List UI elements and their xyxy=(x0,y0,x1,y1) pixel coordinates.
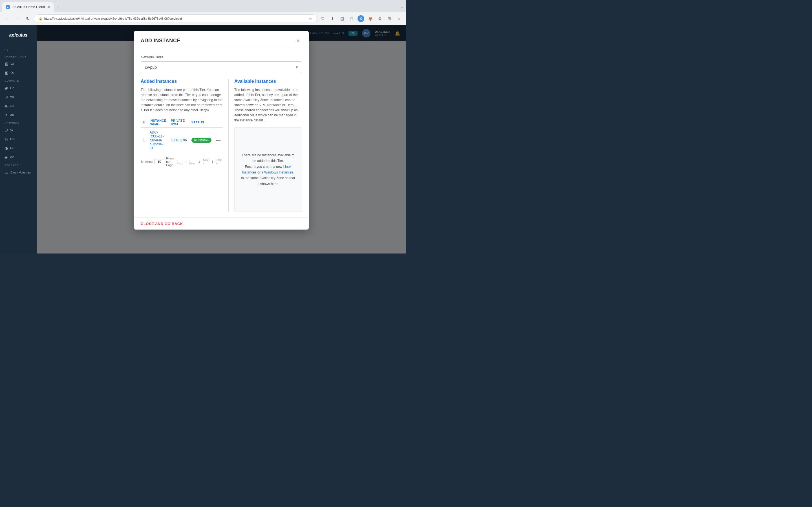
modal-title: ADD INSTANCE xyxy=(141,38,181,44)
section-label-da: DA xyxy=(0,49,37,52)
table-header: # INSTANCE NAME PRIVATE IPV4 STATUS xyxy=(141,117,223,128)
active-tab[interactable]: A Apiculus Demo Cloud ✕ xyxy=(2,2,54,12)
next-page-button[interactable]: Next › xyxy=(202,158,211,166)
cast-icon[interactable]: □ xyxy=(348,15,355,22)
extensions-icon[interactable]: ▤ xyxy=(338,15,346,22)
sidebar-item-label: Ot xyxy=(10,71,14,74)
tab-favicon: A xyxy=(6,5,10,9)
section-label-network: NETWORK xyxy=(0,122,37,124)
row-ip: 10.10.1.96 xyxy=(168,128,189,153)
modal-close-button[interactable]: × xyxy=(294,37,302,45)
browser-chrome: A Apiculus Demo Cloud ✕ + ⌄ ← → ↻ 🔒 http… xyxy=(0,0,406,25)
sidebar-item-linux[interactable]: ◉ Lin xyxy=(0,83,37,93)
modal-footer: CLOSE AND GO BACK xyxy=(134,217,309,230)
added-instances-panel: Added Instances The following Instances … xyxy=(141,79,229,212)
content-area: 🌐 💳 USD 999,715.38 ⟷ EN ON KP ADC-R335 A… xyxy=(37,25,406,253)
rows-per-page-label: Rows per Page xyxy=(166,157,174,167)
sidebar-item-ot[interactable]: ▣ Ot xyxy=(0,68,37,77)
sidebar-item-label: Au xyxy=(10,113,14,117)
tab-bar: A Apiculus Demo Cloud ✕ + ⌄ xyxy=(0,0,406,12)
toolbar-icons: 🛡 ⬇ ▤ □ K 🦊 ⚙ ⊞ ≡ xyxy=(319,15,403,22)
col-action xyxy=(214,117,223,128)
row-status: RUNNING xyxy=(189,128,214,153)
network-tiers-label: Network Tiers xyxy=(141,55,302,59)
extensions2-icon[interactable]: ⊞ xyxy=(386,15,393,22)
prev-page-button[interactable]: ‹ Prev xyxy=(188,158,197,166)
rows-per-page-input[interactable] xyxy=(154,159,164,164)
add-instance-modal: ADD INSTANCE × Network Tiers cv-pub ▼ xyxy=(134,31,309,230)
fox-icon[interactable]: 🦊 xyxy=(366,15,374,22)
sidebar-item-block-volumes[interactable]: ▭ Block Volumes xyxy=(0,168,37,177)
section-label-marketplace: MARKETPLACE xyxy=(0,55,37,58)
shield-icon[interactable]: 🛡 xyxy=(319,15,326,22)
remove-instance-button[interactable]: — xyxy=(216,138,220,143)
instances-table: # INSTANCE NAME PRIVATE IPV4 STATUS xyxy=(141,117,223,153)
reload-button[interactable]: ↻ xyxy=(24,15,32,22)
sidebar-item-au[interactable]: ✦ Au xyxy=(0,110,37,119)
instance-ip-link[interactable]: 10.10.1.96 xyxy=(171,138,187,142)
sidebar-item-label: Ku xyxy=(10,104,13,108)
row-name: ADC-R335-11-general-purpose-01 xyxy=(147,128,168,153)
sidebar-item-windows[interactable]: ⊞ Wi xyxy=(0,93,37,101)
tab-close-button[interactable]: ✕ xyxy=(47,5,50,9)
page-separator-1: | xyxy=(186,160,186,163)
linux-icon: ◉ xyxy=(4,86,8,90)
window-minimize[interactable]: ⌄ xyxy=(400,5,404,9)
sidebar-item-label: Lin xyxy=(10,86,14,90)
menu-icon[interactable]: ≡ xyxy=(395,15,403,22)
settings-icon[interactable]: ⚙ xyxy=(376,15,384,22)
windows-instances-link[interactable]: Windows Instances xyxy=(264,170,293,174)
modal-body: Network Tiers cv-pub ▼ Added Instances T… xyxy=(134,49,309,217)
network-tiers-select-wrapper: cv-pub ▼ xyxy=(141,61,302,73)
au-icon: ✦ xyxy=(4,113,8,117)
instance-name-link[interactable]: ADC-R335-11-general-purpose-01 xyxy=(150,130,164,150)
sidebar-item-kubernetes[interactable]: ◈ Ku xyxy=(0,101,37,110)
dns-icon: ◎ xyxy=(4,137,8,142)
empty-line2: Ensure you create a new Linux Instances … xyxy=(240,164,296,187)
kubernetes-icon: ◈ xyxy=(4,104,8,108)
close-and-go-back-button[interactable]: CLOSE AND GO BACK xyxy=(141,222,183,226)
network-tiers-select[interactable]: cv-pub xyxy=(141,61,302,73)
sidebar-item-label: Vi xyxy=(10,128,13,132)
vpn-icon: ◈ xyxy=(4,155,8,159)
table-row: 1 ADC-R335-11-general-purpose-01 10.10.1… xyxy=(141,128,223,153)
sidebar: apiculus DA MARKETPLACE ▦ Va ▣ Ot COMPUT… xyxy=(0,25,37,253)
added-instances-description: The following Instances are part of this… xyxy=(141,87,223,113)
sidebar-item-vpn[interactable]: ◈ VP xyxy=(0,153,37,162)
url-input[interactable]: 🔒 https://try.apiculus.io/site/#/virtual… xyxy=(34,14,317,23)
sidebar-item-vpc[interactable]: ⬡ Vi xyxy=(0,126,37,135)
two-panel-layout: Added Instances The following Instances … xyxy=(141,79,302,212)
col-status: STATUS xyxy=(189,117,214,128)
new-tab-button[interactable]: + xyxy=(54,3,62,11)
download-icon[interactable]: ⬇ xyxy=(329,15,336,22)
section-label-compute: COMPUTE xyxy=(0,79,37,82)
sidebar-item-va[interactable]: ▦ Va xyxy=(0,59,37,68)
windows-icon: ⊞ xyxy=(4,95,8,99)
available-instances-description: The following Instances are available to… xyxy=(234,87,302,123)
section-label-storage: STORAGE xyxy=(0,164,37,167)
forward-button[interactable]: → xyxy=(13,15,21,22)
last-page-button[interactable]: Last » xyxy=(214,158,223,166)
tab-title: Apiculus Demo Cloud xyxy=(12,5,45,9)
sidebar-item-label: DN xyxy=(10,137,15,141)
bookmark-icon[interactable]: ☆ xyxy=(309,17,312,21)
firewall-icon: ◑ xyxy=(4,146,8,151)
available-empty-state: There are no Instances available to be a… xyxy=(234,127,302,212)
status-badge: RUNNING xyxy=(192,138,211,143)
table-body: 1 ADC-R335-11-general-purpose-01 10.10.1… xyxy=(141,128,223,153)
block-volumes-icon: ▭ xyxy=(4,170,8,175)
sidebar-item-dns[interactable]: ◎ DN xyxy=(0,135,37,144)
col-name: INSTANCE NAME xyxy=(147,117,168,128)
sidebar-item-firewall[interactable]: ◑ Fir xyxy=(0,144,37,153)
back-button[interactable]: ← xyxy=(3,15,11,22)
row-remove: — xyxy=(214,128,223,153)
first-page-button[interactable]: « First xyxy=(175,158,184,166)
sidebar-item-label: Va xyxy=(10,62,14,65)
modal-overlay: ADD INSTANCE × Network Tiers cv-pub ▼ xyxy=(37,25,406,253)
empty-line1: There are no Instances available to be a… xyxy=(240,152,296,164)
main-layout: apiculus DA MARKETPLACE ▦ Va ▣ Ot COMPUT… xyxy=(0,25,406,253)
added-instances-title: Added Instances xyxy=(141,79,223,84)
ot-icon: ▣ xyxy=(4,70,8,75)
profile-icon[interactable]: K xyxy=(357,15,364,22)
vpc-icon: ⬡ xyxy=(4,128,8,132)
